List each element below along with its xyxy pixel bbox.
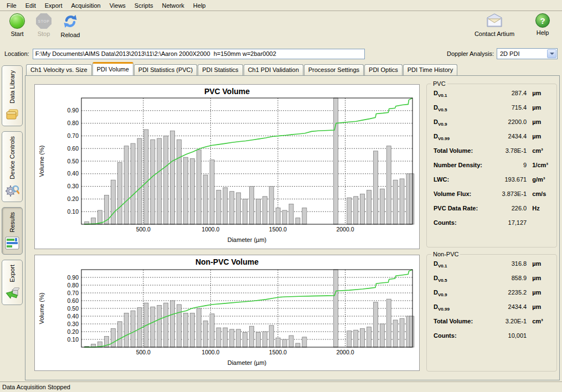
stat-label: DV0.9 bbox=[434, 118, 492, 127]
svg-text:0.30: 0.30 bbox=[68, 183, 79, 189]
stat-row: Number Density:91/cm³ bbox=[431, 162, 552, 176]
stat-value: 2434.4 bbox=[492, 133, 527, 140]
stat-label: DV0.99 bbox=[434, 303, 492, 312]
svg-text:0.80: 0.80 bbox=[68, 282, 79, 288]
non-pvc-stats-group: Non-PVC DV0.1316.8µmDV0.5858.9µmDV0.9223… bbox=[426, 254, 557, 372]
stat-row: Total Volume:3.20E-1cm³ bbox=[431, 318, 552, 332]
main-area: Data LibraryDevice ControlsResultsExport… bbox=[0, 62, 562, 381]
svg-text:1000.0: 1000.0 bbox=[202, 226, 219, 233]
tab-pdi-optics[interactable]: PDI Optics bbox=[364, 64, 403, 75]
stat-label: Counts: bbox=[434, 219, 492, 226]
menu-item-acquisition[interactable]: Acquisition bbox=[67, 1, 105, 11]
sidebar-item-label: Results bbox=[9, 212, 16, 233]
pvc-stats-title: PVC bbox=[431, 80, 447, 87]
tab-processor-settings[interactable]: Processor Settings bbox=[304, 64, 364, 75]
svg-text:Volume (%): Volume (%) bbox=[38, 293, 45, 324]
contact-artium-button[interactable]: Contact Artium bbox=[471, 13, 518, 37]
non-pvc-chart-plot: 0.100.200.300.400.500.600.700.800.90500.… bbox=[35, 255, 419, 370]
svg-text:Diameter (µm): Diameter (µm) bbox=[228, 236, 267, 243]
chevron-down-icon[interactable] bbox=[547, 49, 556, 58]
tab-pdi-statistics-pvc-[interactable]: PDI Statistics (PVC) bbox=[134, 64, 197, 75]
stat-label: DV0.5 bbox=[434, 275, 492, 283]
stat-label: DV0.99 bbox=[434, 133, 492, 141]
stat-unit: µm bbox=[527, 104, 550, 111]
stat-label: Total Volume: bbox=[434, 318, 492, 324]
non-pvc-chart-title: Non-PVC Volume bbox=[35, 257, 419, 266]
tab-pdi-volume[interactable]: PDI Volume bbox=[92, 62, 133, 75]
sidebar-item-data-library[interactable]: Data Library bbox=[2, 65, 23, 126]
location-input[interactable] bbox=[33, 49, 365, 59]
stat-row: DV0.1316.8µm bbox=[431, 260, 552, 275]
stat-unit: Hz bbox=[527, 205, 550, 212]
pvc-stats-group: PVC DV0.1287.4µmDV0.5715.4µmDV0.92200.0µ… bbox=[426, 84, 557, 247]
tab-ch1-velocity-vs-size[interactable]: Ch1 Velocity vs. Size bbox=[26, 64, 92, 75]
menu-item-edit[interactable]: Edit bbox=[21, 1, 40, 11]
help-button[interactable]: ? Help bbox=[530, 13, 555, 37]
menu-item-views[interactable]: Views bbox=[105, 1, 130, 11]
stat-unit: g/m³ bbox=[527, 176, 550, 183]
stat-label: PVC Data Rate: bbox=[434, 205, 492, 212]
doppler-analysis-label: Doppler Analysis: bbox=[447, 50, 494, 57]
menu-item-file[interactable]: File bbox=[2, 1, 21, 11]
tab-pdi-statistics[interactable]: PDI Statistics bbox=[198, 64, 243, 75]
svg-text:500.0: 500.0 bbox=[136, 226, 151, 233]
stat-value: 226.0 bbox=[492, 205, 527, 212]
tab-pdi-time-history[interactable]: PDI Time History bbox=[403, 64, 458, 75]
svg-text:0.70: 0.70 bbox=[68, 290, 79, 296]
stat-label: DV0.1 bbox=[434, 260, 492, 269]
menu-item-export[interactable]: Export bbox=[40, 1, 67, 11]
stop-label: Stop bbox=[38, 30, 50, 37]
help-label: Help bbox=[537, 29, 549, 36]
stat-row: DV0.5858.9µm bbox=[431, 275, 552, 289]
reload-button[interactable]: Reload bbox=[58, 13, 83, 38]
menu-item-scripts[interactable]: Scripts bbox=[130, 1, 158, 11]
pvc-chart-title: PVC Volume bbox=[35, 87, 419, 96]
location-label: Location: bbox=[4, 50, 29, 57]
pvc-volume-chart: PVC Volume 0.100.200.300.400.500.600.700… bbox=[34, 84, 420, 249]
stop-button[interactable]: STOP Stop bbox=[31, 13, 56, 37]
sidebar-item-export[interactable]: Export bbox=[2, 260, 23, 305]
stat-value: 17,127 bbox=[492, 219, 527, 226]
svg-text:0.40: 0.40 bbox=[68, 313, 79, 319]
svg-text:0.40: 0.40 bbox=[68, 170, 79, 177]
doppler-analysis-select[interactable]: 2D PDI bbox=[497, 48, 558, 59]
start-button[interactable]: Start bbox=[4, 13, 30, 37]
stat-unit: µm bbox=[527, 289, 550, 296]
stat-value: 3.20E-1 bbox=[492, 318, 527, 324]
non-pvc-volume-chart: Non-PVC Volume 0.100.200.300.400.500.600… bbox=[34, 255, 420, 371]
stat-row: LWC:193.671g/m³ bbox=[431, 176, 552, 190]
sidebar-item-device-controls[interactable]: Device Controls bbox=[2, 131, 23, 202]
svg-text:Volume (%): Volume (%) bbox=[38, 146, 45, 177]
svg-text:Diameter (µm): Diameter (µm) bbox=[228, 359, 267, 366]
pvc-chart-plot: 0.100.200.300.400.500.600.700.800.90500.… bbox=[35, 85, 419, 249]
export-arrow-icon bbox=[5, 282, 19, 301]
svg-text:500.0: 500.0 bbox=[136, 349, 151, 355]
menu-item-help[interactable]: Help bbox=[189, 1, 210, 11]
stat-unit: cm³ bbox=[527, 318, 550, 324]
stat-label: Counts: bbox=[434, 332, 492, 339]
start-icon bbox=[9, 13, 25, 29]
location-row: Location: Doppler Analysis: 2D PDI bbox=[0, 47, 562, 61]
tab-ch1-pdi-validation[interactable]: Ch1 PDI Validation bbox=[244, 64, 303, 75]
help-icon: ? bbox=[535, 13, 550, 28]
menu-item-network[interactable]: Network bbox=[157, 1, 188, 11]
svg-text:1500.0: 1500.0 bbox=[269, 226, 287, 233]
sidebar: Data LibraryDevice ControlsResultsExport bbox=[0, 65, 24, 310]
svg-text:2000.0: 2000.0 bbox=[336, 226, 354, 233]
stat-unit: µm bbox=[527, 133, 550, 140]
doppler-analysis-value: 2D PDI bbox=[497, 50, 547, 57]
bar-chart-icon bbox=[5, 232, 19, 251]
svg-text:0.60: 0.60 bbox=[68, 297, 79, 304]
stat-value: 287.4 bbox=[492, 90, 527, 96]
stat-value: 9 bbox=[492, 162, 527, 168]
stat-unit: µm bbox=[527, 118, 550, 125]
stat-row: DV0.92200.0µm bbox=[431, 118, 552, 133]
sidebar-item-results[interactable]: Results bbox=[2, 207, 23, 255]
stat-value: 193.671 bbox=[492, 176, 527, 183]
stat-unit: 1/cm³ bbox=[527, 162, 550, 168]
gears-icon bbox=[5, 179, 19, 198]
status-bar: Data Acquisition Stopped bbox=[0, 381, 562, 392]
stat-value: 2200.0 bbox=[492, 118, 527, 125]
contact-artium-label: Contact Artium bbox=[475, 30, 514, 37]
status-text: Data Acquisition Stopped bbox=[2, 384, 70, 390]
